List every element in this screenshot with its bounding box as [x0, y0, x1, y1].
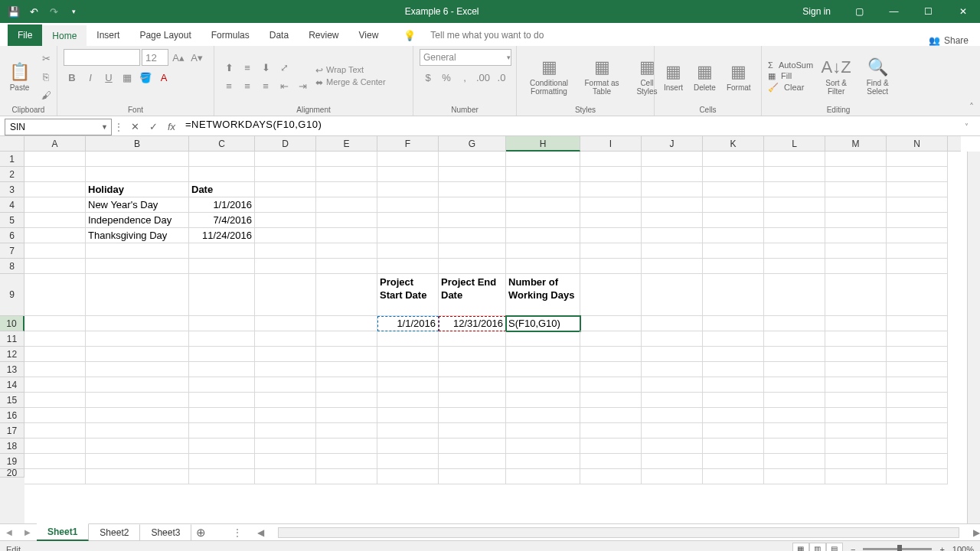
zoom-slider[interactable]	[863, 548, 932, 550]
tab-file[interactable]: File	[8, 24, 42, 46]
normal-view-icon[interactable]: ▦	[792, 543, 809, 552]
page-break-view-icon[interactable]: ▤	[826, 543, 843, 552]
col-hdr-H[interactable]: H	[506, 136, 580, 152]
copy-icon[interactable]: ⎘	[38, 68, 54, 85]
row-hdr-19[interactable]: 19	[0, 454, 24, 469]
col-hdr-C[interactable]: C	[189, 136, 255, 152]
name-box[interactable]: SIN▼	[5, 119, 112, 135]
sheet-tab-3[interactable]: Sheet3	[140, 524, 191, 540]
collapse-ribbon-icon[interactable]: ˄	[969, 102, 974, 112]
tab-insert[interactable]: Insert	[87, 24, 129, 46]
row-hdr-5[interactable]: 5	[0, 213, 24, 228]
vertical-scrollbar[interactable]	[967, 152, 980, 523]
conditional-formatting-button[interactable]: ▦Conditional Formatting	[523, 56, 575, 97]
row-hdr-9[interactable]: 9	[0, 274, 24, 316]
minimize-icon[interactable]: —	[877, 0, 911, 23]
increase-decimal-icon[interactable]: .00	[475, 69, 492, 86]
select-all-button[interactable]	[0, 136, 24, 152]
clear-button[interactable]: 🧹 Clear	[768, 83, 813, 93]
wrap-text-button[interactable]: ↩Wrap Text	[315, 65, 386, 76]
delete-cells-button[interactable]: ▦Delete	[691, 60, 719, 93]
share-button[interactable]: 👥 Share	[929, 35, 980, 46]
underline-icon[interactable]: U	[100, 69, 117, 86]
insert-function-icon[interactable]: fx	[162, 121, 181, 132]
row-hdr-13[interactable]: 13	[0, 362, 24, 377]
hscroll-left[interactable]: ◀	[257, 527, 264, 538]
find-select-button[interactable]: 🔍Find & Select	[859, 56, 896, 97]
row-hdr-6[interactable]: 6	[0, 228, 24, 243]
align-right-icon[interactable]: ≡	[257, 77, 274, 94]
format-painter-icon[interactable]: 🖌	[38, 86, 54, 103]
row-hdr-20[interactable]: 20	[0, 469, 24, 478]
borders-icon[interactable]: ▦	[119, 69, 136, 86]
zoom-level[interactable]: 100%	[952, 545, 974, 552]
row-hdr-15[interactable]: 15	[0, 393, 24, 408]
cancel-formula-icon[interactable]: ✕	[126, 121, 144, 132]
row-hdr-18[interactable]: 18	[0, 439, 24, 454]
italic-icon[interactable]: I	[82, 69, 99, 86]
col-hdr-J[interactable]: J	[642, 136, 703, 152]
close-icon[interactable]: ✕	[946, 0, 980, 23]
sort-filter-button[interactable]: A↓ZSort & Filter	[818, 56, 854, 97]
font-color-icon[interactable]: A	[155, 69, 172, 86]
indent-increase-icon[interactable]: ⇥	[294, 77, 311, 94]
tab-view[interactable]: View	[349, 24, 389, 46]
col-hdr-L[interactable]: L	[764, 136, 825, 152]
chevron-down-icon[interactable]: ▼	[101, 123, 108, 131]
ribbon-display-options-icon[interactable]: ▢	[842, 0, 877, 23]
sheet-nav-next[interactable]: ▶	[18, 528, 37, 536]
col-hdr-F[interactable]: F	[377, 136, 439, 152]
cut-icon[interactable]: ✂	[38, 50, 54, 67]
paste-button[interactable]: 📋 Paste	[6, 60, 33, 93]
formula-input[interactable]: =NETWORKDAYS(F10,G10)	[181, 119, 965, 135]
row-hdr-17[interactable]: 17	[0, 423, 24, 439]
col-hdr-K[interactable]: K	[703, 136, 764, 152]
page-layout-view-icon[interactable]: ▥	[809, 543, 826, 552]
row-hdr-4[interactable]: 4	[0, 197, 24, 213]
tab-home[interactable]: Home	[42, 25, 87, 47]
horizontal-scrollbar[interactable]	[278, 527, 959, 538]
row-hdr-7[interactable]: 7	[0, 243, 24, 259]
align-bottom-icon[interactable]: ⬇	[257, 59, 274, 76]
hscroll-right[interactable]: ▶	[973, 527, 980, 538]
col-hdr-D[interactable]: D	[255, 136, 316, 152]
orientation-icon[interactable]: ⤢	[276, 59, 292, 76]
fill-button[interactable]: ▦ Fill	[768, 71, 813, 81]
tab-data[interactable]: Data	[260, 24, 299, 46]
increase-font-icon[interactable]: A▴	[170, 49, 187, 66]
row-hdr-10[interactable]: 10	[0, 316, 24, 331]
enter-formula-icon[interactable]: ✓	[144, 121, 162, 132]
col-hdr-M[interactable]: M	[825, 136, 887, 152]
sign-in-link[interactable]: Sign in	[802, 6, 831, 17]
col-hdr-E[interactable]: E	[316, 136, 377, 152]
col-hdr-N[interactable]: N	[887, 136, 948, 152]
new-sheet-button[interactable]: ⊕	[191, 526, 210, 540]
insert-cells-button[interactable]: ▦Insert	[661, 60, 686, 93]
decrease-font-icon[interactable]: A▾	[188, 49, 205, 66]
font-size-input[interactable]	[142, 49, 168, 66]
row-hdr-3[interactable]: 3	[0, 182, 24, 197]
save-icon[interactable]: 💾	[6, 4, 21, 19]
font-name-input[interactable]	[64, 49, 140, 66]
tab-formulas[interactable]: Formulas	[201, 24, 260, 46]
percent-icon[interactable]: %	[438, 69, 455, 86]
sheet-nav-prev[interactable]: ◀	[0, 528, 18, 536]
maximize-icon[interactable]: ☐	[911, 0, 946, 23]
align-top-icon[interactable]: ⬆	[220, 59, 237, 76]
row-hdr-12[interactable]: 12	[0, 347, 24, 362]
number-format-select[interactable]: General▾	[420, 49, 511, 66]
merge-center-button[interactable]: ⬌Merge & Center	[315, 77, 386, 88]
row-hdr-14[interactable]: 14	[0, 377, 24, 393]
decrease-decimal-icon[interactable]: .0	[493, 69, 510, 86]
tab-review[interactable]: Review	[299, 24, 348, 46]
row-hdr-1[interactable]: 1	[0, 152, 24, 167]
format-cells-button[interactable]: ▦Format	[724, 60, 754, 93]
row-hdr-2[interactable]: 2	[0, 167, 24, 182]
sheet-tab-2[interactable]: Sheet2	[89, 524, 140, 540]
autosum-button[interactable]: Σ AutoSum	[768, 60, 813, 70]
row-hdr-8[interactable]: 8	[0, 259, 24, 274]
align-left-icon[interactable]: ≡	[220, 77, 237, 94]
row-hdr-16[interactable]: 16	[0, 408, 24, 423]
currency-icon[interactable]: $	[420, 69, 436, 86]
col-hdr-G[interactable]: G	[439, 136, 506, 152]
